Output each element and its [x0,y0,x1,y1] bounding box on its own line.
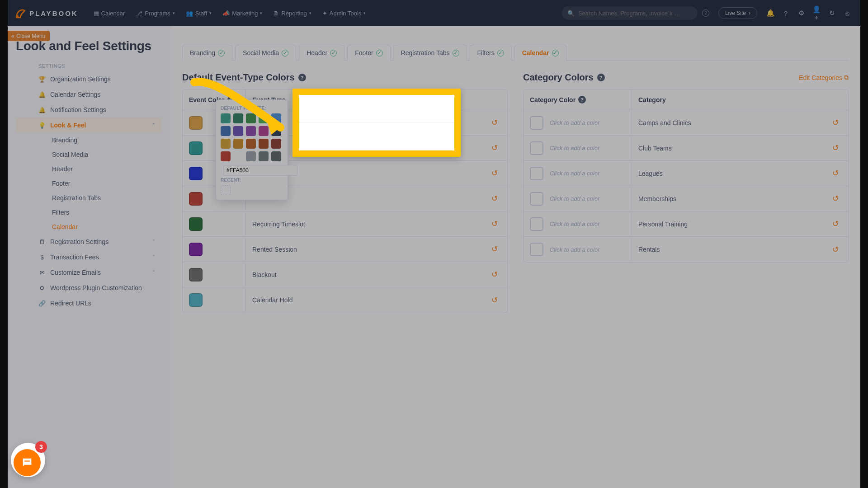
table-row: Calendar Hold↺ [183,287,507,313]
col-category-color: Category Color? [524,89,632,110]
recent-label: RECENT: [221,178,283,183]
notifications-icon[interactable]: 🔔 [766,9,774,17]
external-link-icon: ⧉ [844,74,849,81]
sidebar-sub-social-media[interactable]: Social Media [16,147,161,162]
tutorial-arrow-icon [185,73,294,145]
sidebar-item-transaction-fees[interactable]: $Transaction Fees˅ [16,249,161,265]
event-color-cell[interactable] [183,263,246,286]
tab-header[interactable]: Header✓ [299,45,344,61]
sidebar-item-customize-emails[interactable]: ✉Customize Emails˅ [16,265,161,280]
tab-calendar[interactable]: Calendar✓ [514,45,566,61]
nav-admin-tools[interactable]: ✦Admin Tools▾ [318,7,371,19]
sidebar-sub-footer[interactable]: Footer [16,176,161,191]
history-icon[interactable]: ↻ [828,9,836,17]
sidebar-item-notification-settings[interactable]: 🔔Notification Settings [16,102,161,117]
intercom-chat-launcher[interactable]: 3 [11,443,45,477]
palette-swatch[interactable] [221,151,231,161]
reset-color-icon[interactable]: ↺ [491,296,498,305]
live-site-button[interactable]: Live Site› [718,7,757,19]
reset-color-icon[interactable]: ↺ [832,118,839,127]
category-color-cell[interactable]: Click to add a color [524,213,632,235]
add-user-icon[interactable]: 👤+ [812,5,821,21]
event-color-cell[interactable] [183,289,246,311]
sidebar-sub-calendar[interactable]: Calendar [16,220,161,234]
sidebar-item-calendar-settings[interactable]: 🔔Calendar Settings [16,87,161,102]
sidebar-item-registration-settings[interactable]: 🗒Registration Settings˅ [16,234,161,249]
check-icon: ✓ [497,50,504,56]
tab-filters[interactable]: Filters✓ [470,45,512,61]
svg-point-0 [17,15,19,17]
reset-color-icon[interactable]: ↺ [491,118,498,127]
reset-color-icon[interactable]: ↺ [832,194,839,203]
event-color-cell[interactable] [183,213,246,235]
category-color-cell[interactable]: Click to add a color [524,112,632,134]
tab-registration-tabs[interactable]: Registration Tabs✓ [393,45,467,61]
sidebar-sub-branding[interactable]: Branding [16,133,161,147]
reset-color-icon[interactable]: ↺ [832,169,839,178]
reset-color-icon[interactable]: ↺ [491,270,498,279]
click-to-add-text: Click to add a color [550,170,600,177]
sidebar-sub-registration-tabs[interactable]: Registration Tabs [16,191,161,205]
help-icon[interactable]: ? [782,9,790,17]
sidebar-item-redirect-urls[interactable]: 🔗Redirect URLs [16,296,161,311]
category-color-cell[interactable]: Click to add a color [524,162,632,185]
nav-marketing[interactable]: 📣Marketing▾ [218,7,267,19]
tab-footer[interactable]: Footer✓ [347,45,390,61]
brand-logo[interactable]: PLAYBOOK [14,7,78,19]
check-icon: ✓ [218,50,225,56]
table-row: Click to add a colorRentals↺ [524,237,848,262]
reset-color-icon[interactable]: ↺ [832,220,839,228]
help-icon[interactable]: ? [298,74,306,81]
category-color-cell[interactable]: Click to add a color [524,188,632,210]
tutorial-highlight-box [292,89,461,157]
settings-gear-icon[interactable]: ⚙ [797,9,805,17]
tab-branding[interactable]: Branding✓ [182,45,232,61]
event-type-cell: Calendar Hold [246,292,482,308]
palette-swatch[interactable] [271,151,281,161]
nav-staff[interactable]: 👥Staff▾ [181,7,217,19]
nav-calendar[interactable]: ▦Calendar [89,7,130,19]
hex-input[interactable] [223,165,297,176]
logout-icon[interactable]: ⎋ [843,9,851,17]
brand-name: PLAYBOOK [29,9,78,17]
search-input[interactable] [578,10,692,17]
palette-swatch[interactable] [233,151,243,161]
tab-social-media[interactable]: Social Media✓ [235,45,296,61]
search-help-icon[interactable]: ? [702,9,709,17]
category-name-cell: Club Teams [632,140,823,156]
category-color-cell[interactable]: Click to add a color [524,238,632,261]
help-icon[interactable]: ? [597,74,605,81]
reset-color-icon[interactable]: ↺ [832,245,839,254]
event-color-cell[interactable] [183,238,246,261]
global-search[interactable]: 🔍 [562,6,698,20]
check-icon: ✓ [330,50,337,56]
col-category: Category [632,90,823,110]
palette-swatch[interactable] [246,151,256,161]
category-color-cell[interactable]: Click to add a color [524,137,632,160]
nav-programs[interactable]: ⎇Programs▾ [131,7,179,19]
reset-color-icon[interactable]: ↺ [832,144,839,152]
svg-rect-1 [24,460,30,461]
click-to-add-text: Click to add a color [550,221,600,227]
click-to-add-text: Click to add a color [550,119,600,126]
edit-categories-link[interactable]: Edit Categories⧉ [799,74,849,81]
reset-color-icon[interactable]: ↺ [491,194,498,203]
bulb-icon: 💡 [38,122,46,129]
sidebar-sub-header[interactable]: Header [16,162,161,176]
palette-swatch[interactable] [259,151,269,161]
sidebar-item-look-and-feel[interactable]: 💡Look & Feel˄ [16,117,161,133]
help-icon[interactable]: ? [578,96,586,103]
reset-color-icon[interactable]: ↺ [491,220,498,228]
reset-color-icon[interactable]: ↺ [491,169,498,178]
reset-color-icon[interactable]: ↺ [491,144,498,152]
table-row: Click to add a colorMemberships↺ [524,186,848,211]
close-menu-button[interactable]: Close Menu [8,31,50,41]
empty-swatch [530,217,543,231]
sidebar-sub-filters[interactable]: Filters [16,205,161,220]
reset-color-icon[interactable]: ↺ [491,245,498,253]
click-to-add-text: Click to add a color [550,145,600,151]
nav-reporting[interactable]: 🗎Reporting▾ [269,7,316,19]
sidebar-item-wp-plugin[interactable]: ⚙Wordpress Plugin Customization [16,280,161,296]
recent-swatch[interactable] [221,185,231,195]
sidebar-item-org-settings[interactable]: 🏆Organization Settings [16,71,161,87]
